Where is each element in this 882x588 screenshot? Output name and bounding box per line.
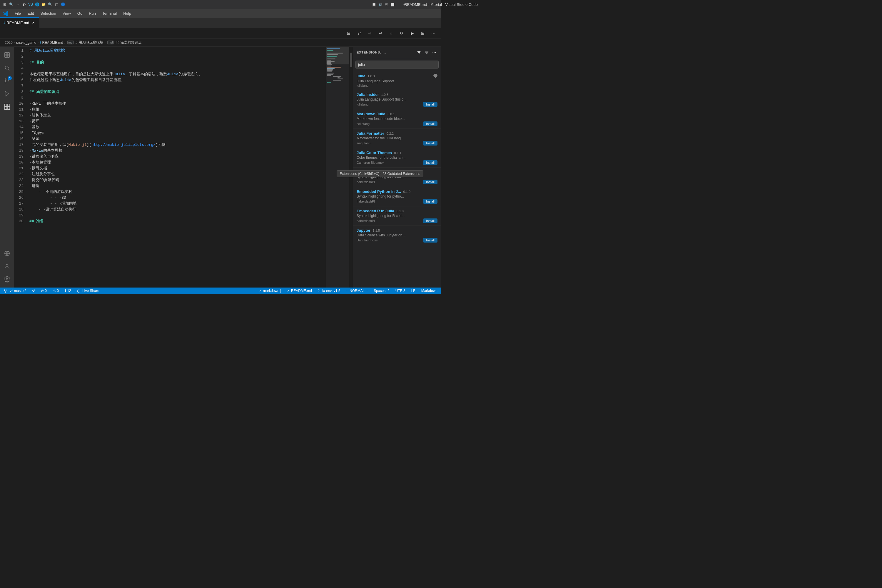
ext-item-julia-insider[interactable]: Julia Insider 1.0.3 Julia Language Suppo…: [353, 90, 441, 110]
menu-edit[interactable]: Edit: [24, 10, 37, 17]
back-button[interactable]: ↩: [376, 29, 384, 38]
search-activity-icon[interactable]: [1, 62, 13, 74]
code-line-2: [29, 54, 326, 60]
run-button[interactable]: ▶: [408, 29, 416, 38]
breadcrumb-readme-md[interactable]: README.md: [42, 40, 63, 45]
ext-item-jupyter[interactable]: Jupyter 1.1.5 Data Science with Jupyter …: [353, 226, 441, 245]
ext-julia-color-author: Cameron Bieganek: [357, 161, 384, 164]
ext-embedded-r-name: Embedded R in Julia: [357, 209, 395, 213]
menu-view[interactable]: View: [60, 10, 74, 17]
preview-button[interactable]: ⇒: [366, 29, 374, 38]
ext-item-embedded-r[interactable]: Embedded R in Julia 0.1.0 Syntax highlig…: [353, 206, 441, 226]
code-line-24: - 进阶: [29, 183, 326, 189]
code-editor[interactable]: # 用Julia玩贪吃蛇 ## 目的 本教程适用于零基础用户，目的是让大家快速上…: [26, 47, 326, 288]
status-errors[interactable]: ⊗ 0: [40, 289, 48, 293]
ext-embedded-python-author: haberdashPI: [357, 200, 375, 203]
status-line-ending[interactable]: LF: [410, 289, 417, 293]
ext-julia-insider-name: Julia Insider: [357, 92, 380, 97]
ext-item-markdown-julia[interactable]: Markdown Julia 0.0.1 Markdown fenced cod…: [353, 110, 441, 129]
settings-activity-icon[interactable]: [1, 273, 13, 285]
ext-julia-insider-install[interactable]: Install: [423, 102, 438, 107]
status-julia-env[interactable]: Julia env: v1.5: [316, 289, 342, 293]
status-vim-mode[interactable]: -- NORMAL --: [345, 289, 369, 293]
menu-terminal[interactable]: Terminal: [99, 10, 120, 17]
status-spaces[interactable]: Spaces: 2: [372, 289, 390, 293]
code-line-8: ## 涵盖的知识点: [29, 89, 326, 95]
ext-julia-color-version: 0.1.1: [394, 151, 401, 154]
ext-embedded-r-install[interactable]: Install: [423, 219, 438, 223]
breadcrumb: 2020 › snake_game › ℹ README.md › md # 用…: [0, 39, 441, 47]
tab-readme-close[interactable]: ✕: [31, 20, 36, 25]
source-control-activity-icon[interactable]: 3: [1, 75, 13, 87]
breadcrumb-h2[interactable]: ## 涵盖的知识点: [116, 40, 142, 45]
run-activity-icon[interactable]: [1, 88, 13, 100]
ext-sort-icon[interactable]: [423, 49, 430, 56]
menu-run[interactable]: Run: [86, 10, 99, 17]
more-button[interactable]: ⋯: [429, 29, 438, 38]
ext-item-julia[interactable]: Julia 1.0.3 Julia Language Support julia…: [353, 71, 441, 90]
ext-julia-color-install[interactable]: Install: [423, 160, 438, 165]
ext-item-embedded-python[interactable]: Embedded Python in J... 0.1.0 Syntax hig…: [353, 187, 441, 206]
ext-embedded-python-install[interactable]: Install: [423, 199, 438, 204]
ext-julia-color-desc: Color themes for the Julia lan...: [357, 156, 438, 160]
main-layout: 3: [0, 47, 441, 288]
ext-more-icon[interactable]: ⋯: [431, 49, 438, 56]
code-line-21: - 撰写文档: [29, 165, 326, 171]
scrollbar-thumb[interactable]: [350, 52, 352, 68]
ext-julia-formatter-install[interactable]: Install: [423, 141, 438, 146]
ext-item-julia-formatter[interactable]: Julia Formatter 0.2.2 A formatter for th…: [353, 129, 441, 148]
code-line-25: - - 不同的游戏变种: [29, 189, 326, 195]
status-liveshare[interactable]: Live Share: [76, 289, 100, 293]
split-editor-button[interactable]: ⊟: [345, 29, 353, 38]
breadcrumb-h1[interactable]: # 用Julia玩贪吃蛇: [75, 40, 104, 45]
search-taskbar-icon[interactable]: 🔍: [9, 2, 14, 7]
breadcrumb-snake-game[interactable]: snake_game: [16, 40, 36, 45]
menu-go[interactable]: Go: [74, 10, 85, 17]
line-17-text: 包的安装与使用，以[Makie.jl](http://makie.juliapl…: [32, 142, 165, 148]
status-warnings[interactable]: ⚠ 0: [51, 289, 60, 293]
ext-jupyter-author: Dan Juurmose: [357, 238, 378, 242]
tab-readme[interactable]: ℹ README.md ✕: [0, 17, 39, 28]
menu-selection[interactable]: Selection: [38, 10, 59, 17]
line-5-text: 本教程适用于零基础用户，目的是让大家快速上手Julia，了解基本的语法，熟悉Ju…: [29, 72, 201, 77]
minimap: [326, 47, 349, 288]
line-30-text: ## 准备: [29, 219, 44, 224]
menu-help[interactable]: Help: [120, 10, 134, 17]
status-info[interactable]: ℹ 12: [63, 289, 72, 293]
ext-julia-gear[interactable]: [434, 74, 438, 78]
status-readme-check[interactable]: ✓ README.md: [286, 289, 313, 293]
accounts-activity-icon[interactable]: [1, 261, 13, 272]
breadcrumb-info-icon: ℹ: [40, 41, 41, 44]
line-13-text: 循环: [32, 118, 39, 124]
ext-jupyter-install[interactable]: Install: [423, 238, 438, 243]
line-12-text: 结构体定义: [32, 112, 51, 118]
taskbar-icon-vscode: VS: [28, 2, 33, 7]
ext-embedded-matlab-install[interactable]: Install: [423, 180, 438, 184]
minimap-slider[interactable]: [326, 47, 349, 64]
status-encoding[interactable]: UTF-8: [394, 289, 406, 293]
status-language[interactable]: Markdown: [420, 289, 439, 293]
tooltip-text: Extensions (Ctrl+Shift+X) - 23 Outdated …: [340, 172, 420, 176]
ext-item-julia-color[interactable]: Julia Color Themes 0.1.1 Color themes fo…: [353, 148, 441, 168]
line-6-text: 并在此过程中熟悉Julia的包管理工具和日常开发流程。: [29, 77, 125, 83]
ext-search-input[interactable]: [356, 61, 439, 69]
status-branch[interactable]: ⎇ master*: [2, 289, 27, 293]
extensions-activity-icon[interactable]: [1, 101, 13, 112]
menu-file[interactable]: File: [12, 10, 24, 17]
breadcrumb-2020[interactable]: 2020: [5, 40, 13, 45]
explorer-icon[interactable]: [1, 49, 13, 61]
code-line-12: - 结构体定义: [29, 112, 326, 118]
ext-filter-icon[interactable]: [416, 49, 422, 56]
refresh-button[interactable]: ↺: [398, 29, 406, 38]
forward-button[interactable]: ○: [387, 29, 395, 38]
remote-activity-icon[interactable]: [1, 248, 13, 259]
open-changes-button[interactable]: ⇄: [355, 29, 363, 38]
ext-julia-desc: Julia Language Support: [357, 79, 438, 83]
tab-bar: ℹ README.md ✕: [0, 18, 441, 28]
vertical-scrollbar[interactable]: [349, 47, 353, 288]
status-markdown-check[interactable]: ✓ markdown |: [258, 289, 282, 293]
ext-markdown-julia-install[interactable]: Install: [423, 122, 438, 126]
title-bar-left: ⊞ 🔍 ○ ◐ VS 🌐 📁 🔍 ▢ 🔵: [2, 2, 65, 7]
layout-button[interactable]: ⊞: [418, 29, 427, 38]
status-sync[interactable]: ↺: [31, 289, 36, 293]
